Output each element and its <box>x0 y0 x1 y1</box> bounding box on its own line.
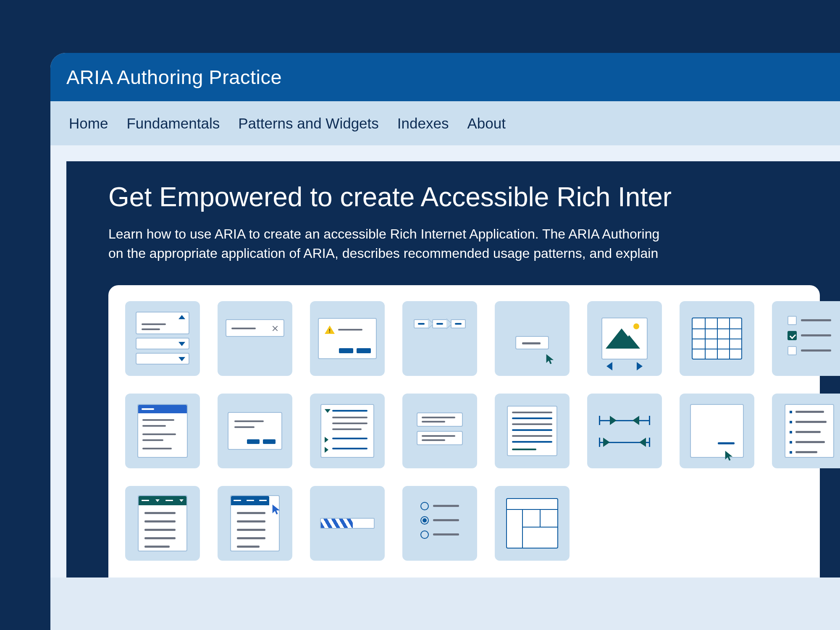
cursor-icon <box>724 450 734 462</box>
hero-text-line2: on the appropriate application of ARIA, … <box>108 244 820 263</box>
pattern-card-button[interactable] <box>495 301 570 376</box>
pattern-card-feed[interactable] <box>402 394 477 468</box>
pattern-grid: ! <box>125 301 803 561</box>
radio-selected-icon <box>420 516 429 525</box>
nav-indexes[interactable]: Indexes <box>397 115 449 132</box>
chevron-left-icon <box>606 362 612 370</box>
main-nav: Home Fundamentals Patterns and Widgets I… <box>50 101 840 145</box>
hero-title: Get Empowered to create Accessible Rich … <box>108 181 820 213</box>
chevron-right-icon <box>637 362 643 370</box>
pattern-card-alertdialog[interactable]: ! <box>310 301 385 376</box>
pattern-card-meter[interactable] <box>310 486 385 561</box>
pattern-card-breadcrumb[interactable] <box>402 301 477 376</box>
app-window: ARIA Authoring Practice Home Fundamental… <box>50 53 840 630</box>
caret-down-icon <box>179 499 184 502</box>
cursor-icon <box>545 353 555 365</box>
pattern-card-checkbox[interactable] <box>772 301 840 376</box>
close-icon <box>272 325 278 332</box>
pattern-card-menu[interactable] <box>125 486 200 561</box>
caret-right-icon <box>325 437 328 443</box>
pattern-card-slider[interactable] <box>587 394 662 468</box>
hero-banner: Get Empowered to create Accessible Rich … <box>66 161 840 578</box>
pattern-card-link[interactable] <box>680 394 754 468</box>
check-icon <box>788 331 797 340</box>
progress-stripes-icon <box>321 519 353 528</box>
pattern-grid-panel: ! <box>108 285 820 578</box>
pattern-card-layout-table[interactable] <box>495 486 570 561</box>
pattern-card-listbox[interactable] <box>772 394 840 468</box>
pattern-card-alert[interactable] <box>218 301 292 376</box>
caret-right-icon <box>325 447 328 453</box>
site-header: ARIA Authoring Practice <box>50 53 840 101</box>
caret-down-icon <box>155 499 160 502</box>
nav-about[interactable]: About <box>467 115 505 132</box>
nav-home[interactable]: Home <box>69 115 108 132</box>
pattern-card-radiogroup[interactable] <box>402 486 477 561</box>
nav-patterns[interactable]: Patterns and Widgets <box>238 115 379 132</box>
pattern-card-disclosure[interactable] <box>310 394 385 468</box>
pattern-card-dialog[interactable] <box>218 394 292 468</box>
hero-text-line1: Learn how to use ARIA to create an acces… <box>108 224 820 244</box>
nav-fundamentals[interactable]: Fundamentals <box>126 115 220 132</box>
pattern-card-accordion[interactable] <box>125 301 200 376</box>
pattern-card-table[interactable] <box>680 301 754 376</box>
site-title: ARIA Authoring Practice <box>66 66 282 89</box>
chevron-down-icon <box>178 342 185 346</box>
content-area: Get Empowered to create Accessible Rich … <box>50 145 840 578</box>
pattern-card-menubar[interactable] <box>218 486 292 561</box>
chevron-up-icon <box>178 315 185 319</box>
cursor-icon <box>271 504 281 515</box>
pattern-card-grid[interactable] <box>495 394 570 468</box>
chevron-down-icon <box>178 357 185 361</box>
pattern-card-combobox[interactable] <box>125 394 200 468</box>
pattern-card-carousel[interactable] <box>587 301 662 376</box>
caret-down-icon <box>325 409 331 413</box>
